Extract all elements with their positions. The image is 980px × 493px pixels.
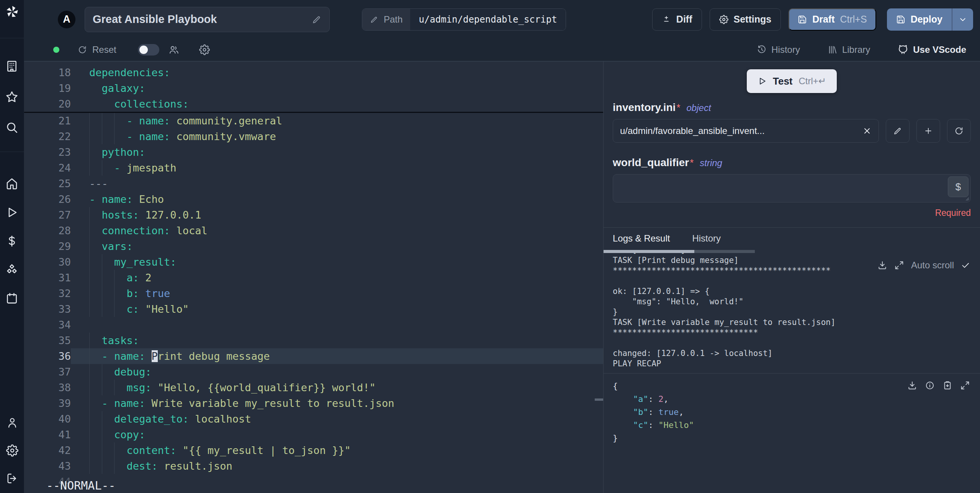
edit-resource-button[interactable] [886,119,910,143]
star-icon[interactable] [5,90,18,103]
test-button[interactable]: Test Ctrl+↵ [747,69,837,93]
result-json-line: "b": true, [613,406,971,419]
code-line[interactable]: 28connection: local [24,223,603,238]
editor-scrollbar-marker[interactable] [595,398,603,401]
code-line[interactable]: 32b: true [24,286,603,301]
gear-icon[interactable] [6,444,18,457]
tab-logs-and-result[interactable]: Logs & Result [613,233,670,244]
code-line[interactable]: 18dependencies: [24,65,603,80]
code-line[interactable]: 24- jmespath [24,160,603,176]
use-vscode-button[interactable]: Use VScode [898,44,966,55]
code-line[interactable]: 41copy: [24,427,603,442]
home-icon[interactable] [5,177,18,190]
clear-x-icon[interactable] [862,126,872,135]
calendar-icon[interactable] [5,292,18,305]
download-logs-icon[interactable] [877,260,887,270]
library-icon [828,45,838,55]
code-line-text: msg: "Hello, {{world_qualifier}} world!" [71,380,603,395]
code-line[interactable]: 40delegate_to: localhost [24,411,603,427]
script-title-box[interactable]: Great Ansible Playbook [85,7,330,32]
expand-logs-icon[interactable] [894,260,904,270]
diff-button[interactable]: Diff [652,8,702,31]
line-number: 23 [24,144,71,160]
result-pane[interactable]: { "a": 2, "b": true, "c": "Hello"} [604,373,980,493]
code-line[interactable]: 34 [24,317,603,333]
expand-result-icon[interactable] [960,380,970,390]
result-json-line: } [613,432,971,445]
code-line[interactable]: 23python: [24,144,603,160]
code-line-text: collections: [71,96,603,112]
code-line[interactable]: 30my_result: [24,254,603,270]
code-line[interactable]: 39- name: Write variable my_result to re… [24,395,603,411]
editor-settings-gear-icon[interactable] [199,44,210,55]
world-qualifier-textarea[interactable]: $ [613,174,971,202]
draft-button[interactable]: Draft Ctrl+S [789,8,876,31]
code-line[interactable]: 26- name: Echo [24,191,603,207]
code-line[interactable]: 33c: "Hello" [24,301,603,317]
building-icon[interactable] [5,60,18,73]
workspace-avatar[interactable]: A [58,11,75,28]
diff-mode-toggle[interactable] [138,44,159,56]
indent-guide [114,380,127,395]
indent-guide [102,364,115,380]
indent-guide [114,301,127,317]
play-icon[interactable] [5,206,18,219]
edit-path-pencil-icon [370,15,378,24]
history-button[interactable]: History [757,44,800,55]
indent-guide [89,286,102,301]
auto-scroll-check-icon[interactable] [961,261,970,270]
inventory-resource-input[interactable]: u/admin/favorable_ansible_invent... [613,119,879,143]
users-icon[interactable] [169,44,179,55]
code-line[interactable]: 19 galaxy: [24,80,603,96]
indent-guide [102,129,115,144]
tab-history[interactable]: History [692,233,721,244]
code-editor[interactable]: 18dependencies:19 galaxy:20 collections:… [24,61,603,493]
dollar-icon[interactable] [5,235,18,248]
cubes-icon[interactable] [5,263,18,276]
copy-clipboard-icon[interactable] [942,380,952,390]
test-label: Test [773,75,793,87]
add-resource-button[interactable] [916,119,940,143]
code-line[interactable]: 21- name: community.general [24,113,603,129]
path-label: Path [384,14,402,25]
code-line[interactable]: 27hosts: 127.0.0.1 [24,207,603,223]
refresh-resource-button[interactable] [947,119,971,143]
indent-guide [102,411,115,427]
vim-mode-indicator: --NORMAL-- [46,479,116,492]
deploy-button[interactable]: Deploy [887,8,952,31]
person-icon[interactable] [6,416,18,429]
code-line[interactable]: 37debug: [24,364,603,380]
logs-pane[interactable]: Auto scroll ok: [127.0.0.1]TASK [Print d… [604,250,980,373]
download-result-icon[interactable] [907,380,917,390]
path-button[interactable]: Path u/admin/dependable_script [362,8,566,31]
deploy-dropdown-button[interactable] [952,8,973,31]
code-line[interactable]: 42content: "{{ my_result | to_json }}" [24,442,603,458]
sidebar-group-bottom [0,416,24,485]
info-icon[interactable] [925,380,935,390]
code-line[interactable]: 29vars: [24,238,603,254]
log-line: ****************************** [613,328,980,338]
resize-handle-icon[interactable] [962,194,970,201]
code-line[interactable]: 43dest: result.json [24,458,603,474]
code-line[interactable]: 20 collections: [24,96,603,112]
code-line[interactable]: 31a: 2 [24,270,603,286]
reset-button[interactable]: Reset [78,44,116,55]
result-json-line: "c": "Hello" [613,419,971,432]
code-line[interactable]: 36- name: Print debug message [24,348,603,364]
code-line[interactable]: 22- name: community.vmware [24,129,603,144]
windmill-logo-icon[interactable] [0,0,24,38]
edit-title-pencil-icon[interactable] [312,15,322,24]
code-line[interactable]: 25--- [24,176,603,191]
code-line-text: my_result: [71,254,603,270]
code-line-text [71,317,603,333]
refresh-icon [954,126,964,135]
code-line[interactable]: 38msg: "Hello, {{world_qualifier}} world… [24,380,603,395]
library-button[interactable]: Library [828,44,870,55]
editor-toolbar: Reset History Library Use VScode [24,39,980,61]
deploy-button-group: Deploy [887,8,973,31]
settings-button[interactable]: Settings [710,8,781,31]
logout-icon[interactable] [6,472,18,485]
code-line[interactable]: 35tasks: [24,333,603,348]
logs-hscrollbar-thumb[interactable] [604,250,694,253]
search-icon[interactable] [5,121,18,134]
